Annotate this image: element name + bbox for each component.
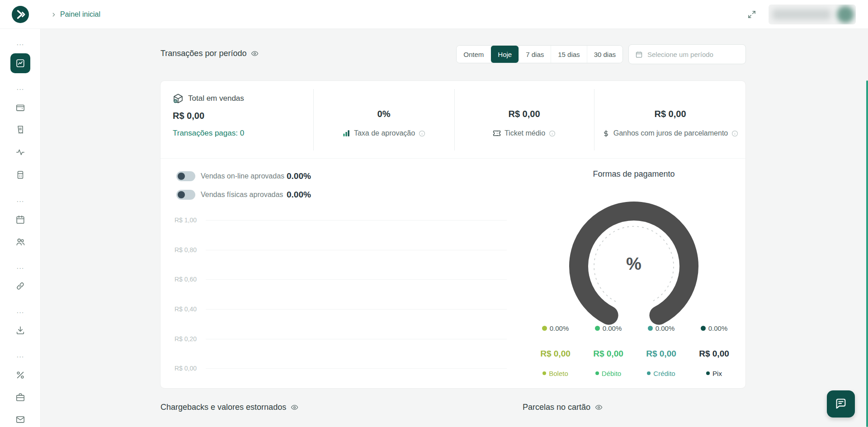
divider — [454, 89, 455, 150]
pix-label: Pix — [712, 370, 722, 377]
main-content: Transações por período Ontem Hoje 7 dias… — [41, 29, 868, 427]
installments-visibility-toggle[interactable] — [595, 404, 603, 411]
sidebar-item-customers[interactable] — [0, 237, 41, 247]
sidebar-item-briefcase[interactable] — [0, 392, 41, 402]
info-icon — [549, 130, 556, 137]
physical-sales-label: Vendas físicas aprovadas — [201, 191, 287, 199]
boleto-percent: 0.00% — [550, 324, 569, 332]
download-icon — [15, 325, 25, 335]
sidebar-item-dashboard[interactable] — [10, 53, 30, 73]
legend-percent-debito: 0.00% — [582, 324, 635, 333]
wallet-icon — [15, 103, 25, 113]
breadcrumb-item-painel-inicial[interactable]: Painel inicial — [60, 10, 100, 19]
stat-approval-rate: 0% Taxa de aprovação — [313, 81, 454, 158]
average-ticket-label: Ticket médio — [505, 129, 545, 137]
pix-dot — [701, 326, 706, 331]
installments-section-title: Parcelas no cartão — [523, 403, 603, 412]
toggle-knob — [178, 191, 185, 198]
date-range-picker[interactable] — [628, 44, 746, 64]
divider — [594, 89, 594, 150]
gridline — [206, 279, 507, 280]
legend-percent-pix: 0.00% — [688, 324, 741, 333]
online-sales-value: 0.00% — [287, 171, 311, 181]
period-button-30dias[interactable]: 30 dias — [587, 46, 623, 63]
chargebacks-title-text: Chargebacks e valores estornados — [160, 403, 286, 412]
physical-sales-value: 0.00% — [287, 190, 311, 200]
boleto-amount: R$ 0,00 — [529, 348, 582, 359]
sidebar-item-receipt[interactable] — [0, 125, 41, 135]
debito-dot — [595, 326, 600, 331]
pos-terminal-icon — [15, 170, 25, 180]
credito-dot — [648, 326, 653, 331]
user-name-blurred — [772, 9, 831, 20]
app-logo[interactable] — [11, 5, 29, 23]
physical-sales-toggle[interactable] — [176, 190, 195, 200]
expand-icon — [747, 10, 756, 19]
online-sales-toggle[interactable] — [176, 171, 195, 181]
stat-installment-interest: R$ 0,00 Ganhos com juros de parcelamento — [594, 81, 746, 158]
dashboard-chart-icon — [15, 58, 25, 68]
chat-icon — [835, 398, 847, 410]
debito-amount: R$ 0,00 — [582, 348, 635, 359]
gridline — [206, 339, 507, 339]
sidebar-item-percent[interactable] — [0, 370, 41, 380]
approval-info-tooltip[interactable] — [419, 130, 425, 137]
date-range-input[interactable] — [647, 51, 739, 58]
user-account-blurred[interactable] — [769, 5, 856, 24]
debito-dot — [595, 371, 599, 375]
interest-info-tooltip[interactable] — [731, 130, 738, 137]
total-sales-label: Total em vendas — [188, 94, 244, 103]
pix-percent: 0.00% — [708, 324, 728, 332]
gridline — [206, 220, 507, 221]
period-button-ontem[interactable]: Ontem — [457, 46, 491, 63]
boleto-dot — [542, 326, 547, 331]
sidebar-placeholder-dots: ... — [0, 197, 41, 203]
package-sales-icon — [173, 93, 184, 104]
sidebar-item-pos[interactable] — [0, 170, 41, 180]
bar-chart-icon — [342, 129, 350, 137]
ticket-info-tooltip[interactable] — [549, 130, 556, 137]
sidebar-placeholder-dots: ... — [0, 84, 41, 91]
legend-label-boleto: Boleto — [529, 369, 582, 378]
users-icon — [15, 237, 25, 247]
period-button-7dias[interactable]: 7 dias — [519, 46, 551, 63]
legend-percent-boleto: 0.00% — [529, 324, 582, 333]
sidebar-item-mail[interactable] — [0, 414, 41, 424]
period-chart-title: Transações por período — [160, 49, 246, 58]
info-icon — [419, 130, 425, 137]
period-segmented-control: Ontem Hoje 7 dias 15 dias 30 dias — [456, 45, 623, 63]
payment-methods-title: Formas de pagamento — [566, 169, 702, 179]
receipt-icon — [15, 125, 25, 135]
fullscreen-button[interactable] — [747, 10, 756, 19]
divider — [313, 89, 314, 150]
sidebar-item-activity[interactable] — [0, 147, 41, 157]
percent-icon — [15, 370, 25, 380]
mail-icon — [15, 414, 25, 424]
visibility-toggle[interactable] — [251, 50, 259, 57]
period-button-hoje[interactable]: Hoje — [491, 46, 519, 63]
sidebar-item-calendar[interactable] — [0, 215, 41, 225]
average-ticket-value: R$ 0,00 — [508, 109, 540, 119]
credito-label: Crédito — [653, 370, 675, 377]
pix-dot — [706, 371, 710, 375]
sidebar: ... ... ... ... — [0, 29, 41, 427]
chargebacks-visibility-toggle[interactable] — [291, 404, 298, 411]
payment-methods-legend: 0.00% 0.00% 0.00% 0.00% R$ 0,00 R$ 0,00 … — [529, 324, 741, 378]
sidebar-placeholder-dots: ... — [0, 352, 41, 358]
pix-amount: R$ 0,00 — [688, 348, 741, 359]
sidebar-item-wallet[interactable] — [0, 103, 41, 113]
activity-icon — [15, 147, 25, 157]
sidebar-item-link[interactable] — [0, 281, 41, 291]
y-axis-tick: R$ 0,80 — [170, 246, 197, 253]
stats-row: Total em vendas R$ 0,00 Transações pagas… — [160, 81, 745, 159]
avatar — [837, 6, 854, 23]
y-axis-tick: R$ 0,00 — [170, 365, 197, 372]
period-button-15dias[interactable]: 15 dias — [551, 46, 586, 63]
sidebar-item-download[interactable] — [0, 325, 41, 335]
support-chat-button[interactable] — [827, 390, 855, 418]
stat-total-sales: Total em vendas R$ 0,00 Transações pagas… — [160, 81, 313, 158]
scrollbar-thumb[interactable] — [866, 80, 868, 427]
sidebar-placeholder-dots: ... — [0, 308, 41, 314]
legend-label-pix: Pix — [688, 369, 741, 378]
briefcase-icon — [15, 392, 25, 402]
